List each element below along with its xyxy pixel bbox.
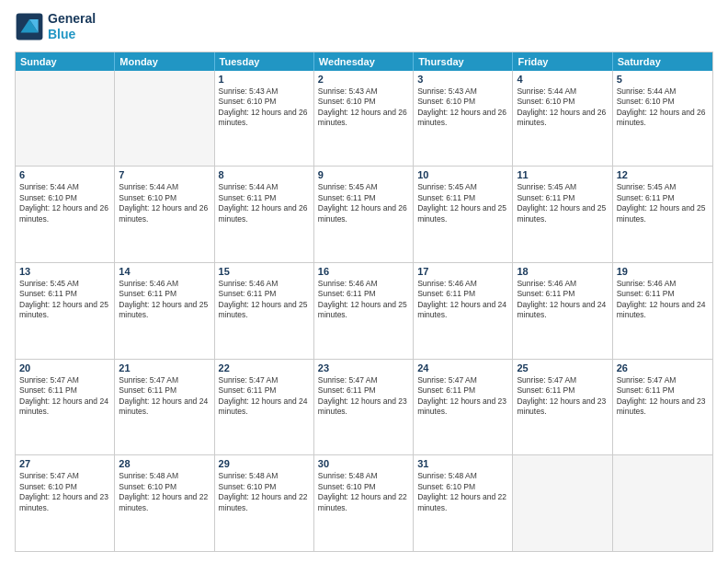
cal-week-0: 1Sunrise: 5:43 AMSunset: 6:10 PMDaylight… bbox=[16, 71, 712, 167]
cell-details: Sunrise: 5:43 AMSunset: 6:10 PMDaylight:… bbox=[219, 86, 310, 129]
cal-cell: 4Sunrise: 5:44 AMSunset: 6:10 PMDaylight… bbox=[513, 71, 612, 167]
day-number: 17 bbox=[417, 266, 508, 277]
cal-cell: 12Sunrise: 5:45 AMSunset: 6:11 PMDayligh… bbox=[613, 167, 712, 262]
cal-header-tuesday: Tuesday bbox=[215, 52, 314, 71]
cal-cell: 24Sunrise: 5:47 AMSunset: 6:11 PMDayligh… bbox=[414, 360, 513, 455]
cal-cell: 19Sunrise: 5:46 AMSunset: 6:11 PMDayligh… bbox=[613, 263, 712, 359]
cal-cell bbox=[16, 71, 115, 167]
cell-details: Sunrise: 5:45 AMSunset: 6:11 PMDaylight:… bbox=[517, 182, 608, 224]
cal-cell: 29Sunrise: 5:48 AMSunset: 6:10 PMDayligh… bbox=[215, 455, 314, 551]
logo: General Blue bbox=[15, 11, 96, 42]
day-number: 4 bbox=[517, 74, 608, 85]
calendar-header-row: SundayMondayTuesdayWednesdayThursdayFrid… bbox=[16, 52, 712, 71]
cell-details: Sunrise: 5:48 AMSunset: 6:10 PMDaylight:… bbox=[119, 471, 210, 513]
cal-cell: 10Sunrise: 5:45 AMSunset: 6:11 PMDayligh… bbox=[414, 167, 513, 262]
day-number: 25 bbox=[517, 362, 608, 373]
cal-cell: 30Sunrise: 5:48 AMSunset: 6:10 PMDayligh… bbox=[314, 455, 414, 551]
cell-details: Sunrise: 5:47 AMSunset: 6:10 PMDaylight:… bbox=[19, 471, 110, 513]
cal-cell: 27Sunrise: 5:47 AMSunset: 6:10 PMDayligh… bbox=[16, 455, 115, 551]
cal-cell: 7Sunrise: 5:44 AMSunset: 6:10 PMDaylight… bbox=[115, 167, 214, 262]
day-number: 14 bbox=[119, 266, 210, 277]
cell-details: Sunrise: 5:45 AMSunset: 6:11 PMDaylight:… bbox=[318, 182, 409, 224]
day-number: 6 bbox=[19, 169, 110, 180]
cell-details: Sunrise: 5:46 AMSunset: 6:11 PMDaylight:… bbox=[318, 279, 409, 321]
day-number: 23 bbox=[318, 362, 409, 373]
cal-cell: 23Sunrise: 5:47 AMSunset: 6:11 PMDayligh… bbox=[314, 360, 414, 455]
cell-details: Sunrise: 5:48 AMSunset: 6:10 PMDaylight:… bbox=[318, 471, 409, 513]
cal-cell: 20Sunrise: 5:47 AMSunset: 6:11 PMDayligh… bbox=[16, 360, 115, 455]
cell-details: Sunrise: 5:47 AMSunset: 6:11 PMDaylight:… bbox=[219, 375, 310, 418]
cell-details: Sunrise: 5:46 AMSunset: 6:11 PMDaylight:… bbox=[219, 279, 310, 321]
cal-cell: 6Sunrise: 5:44 AMSunset: 6:10 PMDaylight… bbox=[16, 167, 115, 262]
day-number: 18 bbox=[517, 266, 608, 277]
cell-details: Sunrise: 5:45 AMSunset: 6:11 PMDaylight:… bbox=[417, 182, 508, 224]
cal-header-thursday: Thursday bbox=[414, 52, 513, 71]
cal-cell: 1Sunrise: 5:43 AMSunset: 6:10 PMDaylight… bbox=[215, 71, 314, 167]
cal-cell bbox=[613, 455, 712, 551]
cal-week-4: 27Sunrise: 5:47 AMSunset: 6:10 PMDayligh… bbox=[16, 455, 712, 551]
day-number: 7 bbox=[119, 169, 210, 180]
cal-week-1: 6Sunrise: 5:44 AMSunset: 6:10 PMDaylight… bbox=[16, 167, 712, 263]
cell-details: Sunrise: 5:47 AMSunset: 6:11 PMDaylight:… bbox=[19, 375, 110, 418]
cal-header-friday: Friday bbox=[513, 52, 612, 71]
cal-cell bbox=[115, 71, 214, 167]
cal-cell: 9Sunrise: 5:45 AMSunset: 6:11 PMDaylight… bbox=[314, 167, 414, 262]
cal-header-saturday: Saturday bbox=[613, 52, 712, 71]
cal-week-3: 20Sunrise: 5:47 AMSunset: 6:11 PMDayligh… bbox=[16, 360, 712, 456]
day-number: 28 bbox=[119, 458, 210, 469]
day-number: 2 bbox=[318, 74, 409, 85]
day-number: 19 bbox=[617, 266, 709, 277]
cal-cell: 26Sunrise: 5:47 AMSunset: 6:11 PMDayligh… bbox=[613, 360, 712, 455]
cal-cell: 22Sunrise: 5:47 AMSunset: 6:11 PMDayligh… bbox=[215, 360, 314, 455]
cell-details: Sunrise: 5:45 AMSunset: 6:11 PMDaylight:… bbox=[617, 182, 709, 224]
cal-cell: 3Sunrise: 5:43 AMSunset: 6:10 PMDaylight… bbox=[414, 71, 513, 167]
cell-details: Sunrise: 5:43 AMSunset: 6:10 PMDaylight:… bbox=[318, 86, 409, 129]
cal-header-wednesday: Wednesday bbox=[314, 52, 414, 71]
day-number: 10 bbox=[417, 169, 508, 180]
cell-details: Sunrise: 5:46 AMSunset: 6:11 PMDaylight:… bbox=[119, 279, 210, 321]
logo-text: General Blue bbox=[48, 11, 96, 42]
cell-details: Sunrise: 5:44 AMSunset: 6:11 PMDaylight:… bbox=[219, 182, 310, 224]
cell-details: Sunrise: 5:44 AMSunset: 6:10 PMDaylight:… bbox=[517, 86, 608, 129]
logo-icon bbox=[15, 12, 44, 41]
cell-details: Sunrise: 5:47 AMSunset: 6:11 PMDaylight:… bbox=[617, 375, 709, 418]
cal-cell: 5Sunrise: 5:44 AMSunset: 6:10 PMDaylight… bbox=[613, 71, 712, 167]
cell-details: Sunrise: 5:48 AMSunset: 6:10 PMDaylight:… bbox=[417, 471, 508, 513]
cell-details: Sunrise: 5:48 AMSunset: 6:10 PMDaylight:… bbox=[219, 471, 310, 513]
cal-header-sunday: Sunday bbox=[16, 52, 115, 71]
cell-details: Sunrise: 5:46 AMSunset: 6:11 PMDaylight:… bbox=[617, 279, 709, 321]
cal-cell: 17Sunrise: 5:46 AMSunset: 6:11 PMDayligh… bbox=[414, 263, 513, 359]
cell-details: Sunrise: 5:44 AMSunset: 6:10 PMDaylight:… bbox=[119, 182, 210, 224]
calendar: SundayMondayTuesdayWednesdayThursdayFrid… bbox=[15, 52, 713, 552]
cal-cell: 13Sunrise: 5:45 AMSunset: 6:11 PMDayligh… bbox=[16, 263, 115, 359]
cal-cell: 21Sunrise: 5:47 AMSunset: 6:11 PMDayligh… bbox=[115, 360, 214, 455]
day-number: 8 bbox=[219, 169, 310, 180]
cal-cell: 2Sunrise: 5:43 AMSunset: 6:10 PMDaylight… bbox=[314, 71, 414, 167]
cell-details: Sunrise: 5:44 AMSunset: 6:10 PMDaylight:… bbox=[19, 182, 110, 224]
cell-details: Sunrise: 5:47 AMSunset: 6:11 PMDaylight:… bbox=[417, 375, 508, 418]
cell-details: Sunrise: 5:46 AMSunset: 6:11 PMDaylight:… bbox=[517, 279, 608, 321]
cell-details: Sunrise: 5:47 AMSunset: 6:11 PMDaylight:… bbox=[517, 375, 608, 418]
cal-week-2: 13Sunrise: 5:45 AMSunset: 6:11 PMDayligh… bbox=[16, 263, 712, 360]
cal-cell: 11Sunrise: 5:45 AMSunset: 6:11 PMDayligh… bbox=[513, 167, 612, 262]
day-number: 9 bbox=[318, 169, 409, 180]
day-number: 12 bbox=[617, 169, 709, 180]
day-number: 3 bbox=[417, 74, 508, 85]
day-number: 20 bbox=[19, 362, 110, 373]
header: General Blue bbox=[15, 11, 713, 42]
cell-details: Sunrise: 5:43 AMSunset: 6:10 PMDaylight:… bbox=[417, 86, 508, 129]
cal-cell: 16Sunrise: 5:46 AMSunset: 6:11 PMDayligh… bbox=[314, 263, 414, 359]
day-number: 13 bbox=[19, 266, 110, 277]
cell-details: Sunrise: 5:47 AMSunset: 6:11 PMDaylight:… bbox=[318, 375, 409, 418]
cal-cell: 15Sunrise: 5:46 AMSunset: 6:11 PMDayligh… bbox=[215, 263, 314, 359]
cal-cell: 14Sunrise: 5:46 AMSunset: 6:11 PMDayligh… bbox=[115, 263, 214, 359]
cal-cell: 25Sunrise: 5:47 AMSunset: 6:11 PMDayligh… bbox=[513, 360, 612, 455]
cell-details: Sunrise: 5:45 AMSunset: 6:11 PMDaylight:… bbox=[19, 279, 110, 321]
day-number: 30 bbox=[318, 458, 409, 469]
day-number: 31 bbox=[417, 458, 508, 469]
day-number: 21 bbox=[119, 362, 210, 373]
day-number: 27 bbox=[19, 458, 110, 469]
cal-cell bbox=[513, 455, 612, 551]
day-number: 16 bbox=[318, 266, 409, 277]
cal-cell: 31Sunrise: 5:48 AMSunset: 6:10 PMDayligh… bbox=[414, 455, 513, 551]
